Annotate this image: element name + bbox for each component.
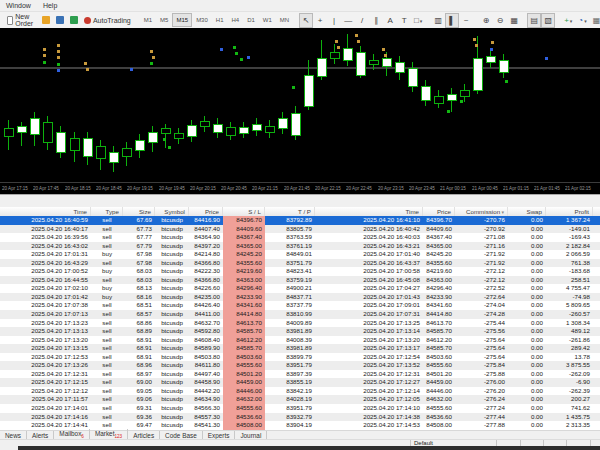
table-row[interactable]: 2025.04.20 17:13:23sell68.86btcusdp84632… — [0, 319, 600, 328]
table-row[interactable]: 2025.04.20 17:12:31sell68.97btcusdp84497… — [0, 370, 600, 379]
table-row[interactable]: 2025.04.20 16:43:02sell67.79btcusdp84397… — [0, 242, 600, 251]
bar-chart-icon[interactable]: ▥ — [431, 13, 445, 28]
col-header-sl[interactable]: S / L — [223, 207, 265, 216]
timeframe-w1[interactable]: W1 — [259, 13, 276, 27]
periods-icon[interactable]: ◔▾ — [575, 13, 589, 28]
line-chart-icon[interactable]: ~ — [459, 13, 473, 28]
timeframe-d1[interactable]: D1 — [243, 13, 259, 27]
history-table: 2025.04.20 16:40:59sell67.69btcusdp84416… — [0, 216, 600, 430]
table-row[interactable]: 2025.04.20 16:40:17sell67.73btcusdp84407… — [0, 225, 600, 234]
chart-shift-icon[interactable]: ▧ — [541, 13, 555, 28]
cell-profit: -183.68 — [546, 267, 593, 276]
timeframe-mn[interactable]: MN — [276, 13, 293, 27]
table-row[interactable]: 2025.04.20 17:01:31buy67.98btcusdp84214.… — [0, 250, 600, 259]
timeframe-h4[interactable]: H4 — [227, 13, 243, 27]
cell-open-price: 84566.30 — [189, 404, 223, 413]
vertical-line-icon[interactable]: | — [327, 13, 341, 28]
templates-icon[interactable]: ▦▾ — [590, 13, 600, 28]
table-row[interactable]: 2025.04.20 17:11:57sell69.06btcusdp84634… — [0, 395, 600, 404]
trendline-icon[interactable]: / — [355, 13, 369, 28]
cell-sl: 84508.00 — [223, 421, 265, 430]
col-header-open-time[interactable]: Time — [0, 207, 91, 216]
cell-tp: 84837.71 — [265, 293, 315, 302]
table-row[interactable]: 2025.04.20 16:43:29sell67.98btcusdp84366… — [0, 259, 600, 268]
cell-symbol: btcusdp — [155, 336, 189, 345]
candlestick-chart[interactable] — [0, 28, 600, 182]
horizontal-line-icon[interactable]: — — [341, 13, 355, 28]
panel-divider[interactable] — [0, 194, 600, 208]
cell-sl: 84613.70 — [223, 319, 265, 328]
timeframe-m1[interactable]: M1 — [140, 13, 156, 27]
auto-scroll-icon[interactable]: ▤ — [527, 13, 541, 28]
col-header-close-time[interactable]: Time — [315, 207, 423, 216]
table-row[interactable]: 2025.04.20 17:07:38sell68.51btcusdp84426… — [0, 301, 600, 310]
timeframe-h1[interactable]: H1 — [212, 13, 228, 27]
menu-item-window[interactable]: Window — [0, 0, 37, 11]
menu-item-help[interactable]: Help — [37, 0, 63, 11]
timeframe-m30[interactable]: M30 — [192, 13, 212, 27]
col-header-tp[interactable]: T / P — [265, 207, 315, 216]
table-row[interactable]: 2025.04.20 17:07:13sell68.57btcusdp84411… — [0, 310, 600, 319]
shapes-icon[interactable]: □▾ — [411, 13, 425, 28]
cell-tp: 83805.79 — [265, 225, 315, 234]
cell-open-time: 2025.04.20 17:14:16 — [0, 413, 91, 422]
table-row[interactable]: 2025.04.20 17:00:52buy68.03btcusdp84222.… — [0, 267, 600, 276]
col-header-open-price[interactable]: Price — [189, 207, 223, 216]
table-row[interactable]: 2025.04.20 17:13:26sell68.96btcusdp84611… — [0, 361, 600, 370]
table-row[interactable]: 2025.04.20 17:14:01sell69.31btcusdp84566… — [0, 404, 600, 413]
table-row[interactable]: 2025.04.20 17:02:10buy68.13btcusdp84226.… — [0, 284, 600, 293]
col-header-swap[interactable]: Swap — [508, 207, 546, 216]
table-row[interactable]: 2025.04.20 17:12:12sell69.05btcusdp84442… — [0, 387, 600, 396]
autotrading-button[interactable]: AutoTrading — [81, 14, 134, 27]
cell-symbol: btcusdp — [155, 293, 189, 302]
tile-windows-icon[interactable]: ▦ — [507, 13, 521, 28]
new-order-button[interactable]: New Order — [4, 14, 39, 27]
cell-open-price: 84411.00 — [189, 310, 223, 319]
cell-symbol: btcusdp — [155, 310, 189, 319]
text-icon[interactable]: T — [397, 13, 411, 28]
timeframe-m5[interactable]: M5 — [156, 13, 172, 27]
cell-swap: 0.00 — [508, 378, 546, 387]
table-row[interactable]: 2025.04.20 17:13:20sell68.91btcusdp84608… — [0, 336, 600, 345]
table-row[interactable]: 2025.04.20 17:01:42buy68.16btcusdp84235.… — [0, 293, 600, 302]
zoom-in-icon[interactable]: ⊕ — [479, 13, 493, 28]
cell-sl: 84233.90 — [223, 293, 265, 302]
axis-tick-label: 20 Apr 21:45 — [284, 185, 310, 191]
cell-close-time: 2025.04.20 17:14:38 — [315, 413, 423, 422]
cell-tp: 83855.19 — [265, 378, 315, 387]
col-header-type[interactable]: Type — [91, 207, 123, 216]
cell-close-price: 84555.60 — [423, 361, 455, 370]
cell-profit: 489.12 — [546, 327, 593, 336]
indicators-list-icon[interactable] — [67, 14, 81, 27]
indicators-icon[interactable]: +▾ — [561, 13, 575, 28]
col-header-symbol[interactable]: Symbol — [155, 207, 189, 216]
cell-close-price: 84585.70 — [423, 327, 455, 336]
cell-symbol: btcusdp — [155, 301, 189, 310]
candlestick-chart-icon[interactable]: ▌ — [445, 13, 459, 28]
equidistant-channel-icon[interactable]: ∥ — [369, 13, 383, 28]
table-row[interactable]: 2025.04.20 16:44:55sell68.03btcusdp84366… — [0, 276, 600, 285]
table-row[interactable]: 2025.04.20 17:14:16sell69.36btcusdp84557… — [0, 413, 600, 422]
timeframe-m15[interactable]: M15 — [172, 13, 192, 27]
mt4-window: WindowHelp New Order AutoTrading M1M5M15… — [0, 0, 600, 450]
table-row[interactable]: 2025.04.20 17:12:53sell68.91btcusdp84503… — [0, 353, 600, 362]
col-header-commission[interactable]: Commission ▾ — [455, 207, 508, 216]
table-row[interactable]: 2025.04.20 17:12:15sell69.00btcusdp84458… — [0, 378, 600, 387]
profiles-icon[interactable] — [53, 14, 67, 27]
table-row[interactable]: 2025.04.20 17:13:13sell68.89btcusdp84592… — [0, 327, 600, 336]
col-header-close-price[interactable]: Price — [423, 207, 455, 216]
cell-close-price: 84632.00 — [423, 395, 455, 404]
new-chart-icon[interactable] — [39, 14, 53, 27]
col-header-size[interactable]: Size — [123, 207, 155, 216]
col-header-profit[interactable]: Profit — [546, 207, 593, 216]
zoom-out-icon[interactable]: ⊖ — [493, 13, 507, 28]
cell-type: sell — [91, 353, 123, 362]
crosshair-icon[interactable]: + — [313, 13, 327, 28]
cell-open-time: 2025.04.20 17:00:52 — [0, 267, 91, 276]
cell-commission: -276.20 — [455, 387, 508, 396]
text-label-icon[interactable]: A — [383, 13, 397, 28]
table-row[interactable]: 2025.04.20 16:39:56sell67.77btcusdp84364… — [0, 233, 600, 242]
table-row[interactable]: 2025.04.20 17:13:15sell68.91btcusdp84589… — [0, 344, 600, 353]
cursor-icon[interactable]: ↖ — [299, 13, 313, 28]
table-row[interactable]: 2025.04.20 16:40:59sell67.69btcusdp84416… — [0, 216, 600, 225]
